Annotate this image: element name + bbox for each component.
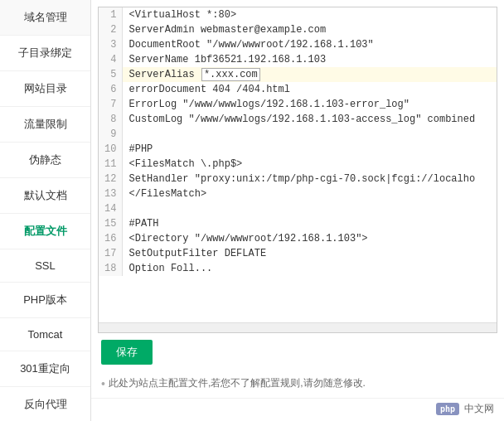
line-number: 14: [99, 201, 122, 216]
table-row: 1<VirtualHost *:80>: [99, 7, 497, 22]
sidebar-item-配置文件[interactable]: 配置文件: [0, 214, 90, 249]
line-code: DocumentRoot "/www/wwwroot/192.168.1.103…: [122, 37, 497, 52]
table-row: 9: [99, 127, 497, 142]
footer-site-label: 中文网: [464, 402, 494, 416]
table-row: 2 ServerAdmin webmaster@example.com: [99, 22, 497, 37]
sidebar-item-默认文档[interactable]: 默认文档: [0, 178, 90, 214]
line-number: 10: [99, 142, 122, 157]
table-row: 4 ServerName 1bf36521.192.168.1.103: [99, 52, 497, 67]
line-number: 4: [99, 52, 122, 67]
line-number: 6: [99, 82, 122, 97]
notice-bar: • 此处为站点主配置文件,若您不了解配置规则,请勿随意修改.: [91, 371, 504, 398]
line-number: 15: [99, 216, 122, 231]
php-badge: php: [436, 403, 459, 415]
table-row: 8 CustomLog "/www/wwwlogs/192.168.1.103-…: [99, 112, 497, 127]
line-code: ErrorLog "/www/wwwlogs/192.168.1.103-err…: [122, 97, 497, 112]
php-label: php: [440, 404, 455, 414]
line-number: 3: [99, 37, 122, 52]
line-code: <VirtualHost *:80>: [122, 7, 497, 22]
table-row: 18 Option Foll...: [99, 261, 497, 276]
sidebar-item-SSL[interactable]: SSL: [0, 249, 90, 283]
table-row: 6 errorDocument 404 /404.html: [99, 82, 497, 97]
line-number: 9: [99, 127, 122, 142]
line-code: <FilesMatch \.php$>: [122, 157, 497, 172]
code-scroll[interactable]: 1<VirtualHost *:80>2 ServerAdmin webmast…: [99, 7, 497, 322]
line-code: [122, 201, 497, 216]
line-code: #PATH: [122, 216, 497, 231]
table-row: 11 <FilesMatch \.php$>: [99, 157, 497, 172]
footer: php 中文网: [91, 398, 504, 421]
sidebar-item-反向代理[interactable]: 反向代理: [0, 387, 90, 421]
line-code: Option Foll...: [122, 261, 497, 276]
sidebar-item-流量限制[interactable]: 流量限制: [0, 107, 90, 143]
sidebar-item-伪静态[interactable]: 伪静态: [0, 143, 90, 178]
sidebar-item-子目录绑定[interactable]: 子目录绑定: [0, 36, 90, 71]
sidebar-item-网站目录[interactable]: 网站目录: [0, 71, 90, 107]
save-button[interactable]: 保存: [101, 340, 153, 365]
table-row: 12 SetHandler "proxy:unix:/tmp/php-cgi-7…: [99, 172, 497, 186]
table-row: 10 #PHP: [99, 142, 497, 157]
table-row: 13 </FilesMatch>: [99, 186, 497, 201]
sidebar-item-Tomcat[interactable]: Tomcat: [0, 318, 90, 351]
notice-text: 此处为站点主配置文件,若您不了解配置规则,请勿随意修改.: [109, 376, 366, 390]
code-table: 1<VirtualHost *:80>2 ServerAdmin webmast…: [99, 7, 497, 276]
code-editor: 1<VirtualHost *:80>2 ServerAdmin webmast…: [98, 7, 497, 333]
table-row: 14: [99, 201, 497, 216]
line-code: errorDocument 404 /404.html: [122, 82, 497, 97]
line-code: SetOutputFilter DEFLATE: [122, 246, 497, 261]
line-number: 18: [99, 261, 122, 276]
line-code: ServerAdmin webmaster@example.com: [122, 22, 497, 37]
line-code: CustomLog "/www/wwwlogs/192.168.1.103-ac…: [122, 112, 497, 127]
line-number: 2: [99, 22, 122, 37]
main-content: 1<VirtualHost *:80>2 ServerAdmin webmast…: [91, 0, 504, 421]
line-number: 17: [99, 246, 122, 261]
line-number: 16: [99, 231, 122, 246]
line-number: 8: [99, 112, 122, 127]
line-code: ServerName 1bf36521.192.168.1.103: [122, 52, 497, 67]
line-number: 12: [99, 172, 122, 186]
line-code: SetHandler "proxy:unix:/tmp/php-cgi-70.s…: [122, 172, 497, 186]
line-code: </FilesMatch>: [122, 186, 497, 201]
table-row: 5 ServerAlias *.xxx.com: [99, 67, 497, 82]
line-number: 11: [99, 157, 122, 172]
line-number: 13: [99, 186, 122, 201]
bottom-bar: 保存: [91, 333, 504, 371]
table-row: 17 SetOutputFilter DEFLATE: [99, 246, 497, 261]
table-row: 3 DocumentRoot "/www/wwwroot/192.168.1.1…: [99, 37, 497, 52]
notice-dot: •: [101, 376, 105, 391]
horizontal-scrollbar[interactable]: [99, 322, 497, 332]
line-code: <Directory "/www/wwwroot/192.168.1.103">: [122, 231, 497, 246]
line-code: ServerAlias *.xxx.com: [122, 67, 497, 82]
line-number: 5: [99, 67, 122, 82]
table-row: 7 ErrorLog "/www/wwwlogs/192.168.1.103-e…: [99, 97, 497, 112]
sidebar: 域名管理子目录绑定网站目录流量限制伪静态默认文档配置文件SSLPHP版本Tomc…: [0, 0, 91, 421]
sidebar-item-PHP版本[interactable]: PHP版本: [0, 283, 90, 318]
sidebar-item-301重定向[interactable]: 301重定向: [0, 351, 90, 387]
line-number: 7: [99, 97, 122, 112]
sidebar-item-域名管理[interactable]: 域名管理: [0, 0, 90, 36]
line-number: 1: [99, 7, 122, 22]
line-code: [122, 127, 497, 142]
line-code: #PHP: [122, 142, 497, 157]
table-row: 16 <Directory "/www/wwwroot/192.168.1.10…: [99, 231, 497, 246]
table-row: 15 #PATH: [99, 216, 497, 231]
server-alias-box: *.xxx.com: [201, 68, 260, 81]
